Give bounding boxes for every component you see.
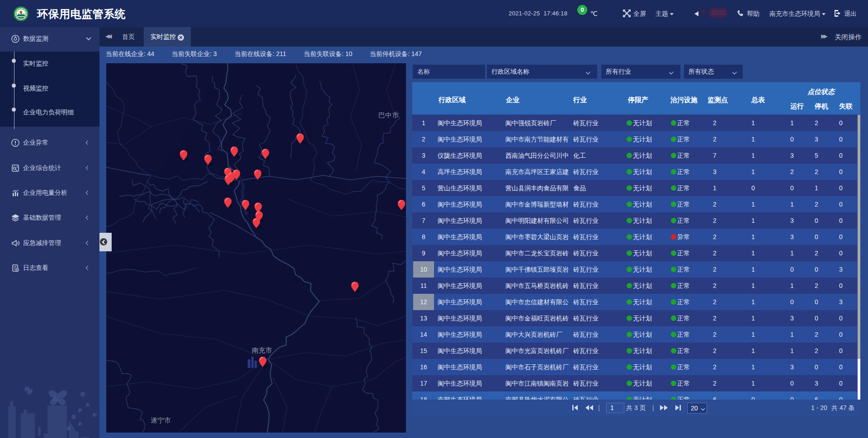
svg-text:巴中市: 巴中市 (378, 111, 399, 119)
svg-text:遂宁市: 遂宁市 (151, 416, 171, 424)
svg-text:南充市: 南充市 (252, 346, 272, 354)
